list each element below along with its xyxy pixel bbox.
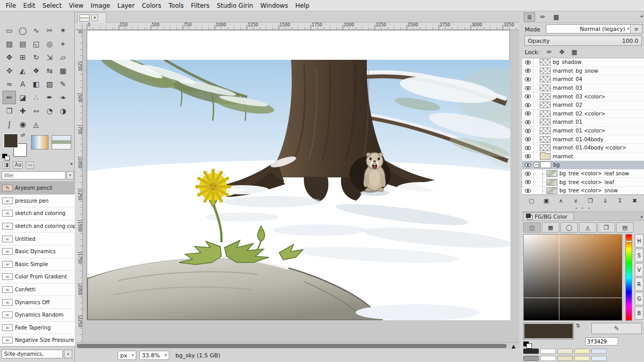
layer-visibility-toggle[interactable] — [522, 101, 534, 109]
gradient-preview[interactable] — [31, 135, 49, 150]
palette-swatch[interactable] — [591, 349, 607, 354]
layer-thumbnail[interactable] — [540, 85, 551, 91]
layer-name[interactable]: marmot_03 <color> — [553, 94, 605, 100]
mode-options-button[interactable]: ≡ — [630, 24, 642, 34]
dynamics-filter-input[interactable] — [2, 171, 66, 179]
tool-button[interactable]: ◔ — [43, 104, 56, 118]
tool-button[interactable]: ⇲ — [43, 51, 56, 64]
palette-swatch[interactable] — [557, 356, 573, 361]
swap-colors-icon[interactable]: ⇄ — [21, 132, 25, 138]
image-tab[interactable]: ✕ — [77, 12, 106, 23]
channel-button[interactable]: S — [635, 249, 643, 262]
panel-collapse-icon[interactable]: ◂ — [640, 13, 642, 19]
color-mode-tab[interactable]: ▦ — [542, 222, 559, 233]
tool-button[interactable]: ❐ — [3, 104, 16, 118]
horizontal-ruler[interactable]: 0250500750100012501500175020002250250027… — [83, 23, 519, 30]
layer-row[interactable]: − marmot_03 — [522, 84, 644, 93]
lock-button[interactable]: ✥ — [556, 47, 568, 57]
layer-visibility-toggle[interactable] — [522, 110, 534, 118]
dynamics-list-item[interactable]: Fade Tapering — [0, 322, 75, 335]
layer-visibility-toggle[interactable] — [522, 135, 534, 143]
dynamics-preset-select[interactable]: SiXe-dynamics, — [2, 350, 63, 358]
tool-button[interactable]: ∫ — [3, 118, 16, 131]
tool-button[interactable]: ▦ — [56, 64, 70, 77]
reset-colors-icon[interactable] — [2, 154, 10, 160]
layer-row[interactable]: − bg — [522, 161, 644, 170]
group-expander-icon[interactable]: − — [534, 162, 539, 168]
layer-visibility-toggle[interactable] — [522, 58, 534, 67]
canvas-image[interactable] — [87, 30, 510, 320]
tool-button[interactable]: ◯ — [16, 24, 29, 37]
dock-tab[interactable]: ≣ — [524, 12, 535, 22]
channel-button[interactable]: V — [635, 263, 643, 276]
layer-row[interactable]: − marmot_01-04body — [522, 135, 644, 144]
layer-action-button[interactable]: ✖ — [630, 196, 640, 205]
palette-swatch[interactable] — [557, 349, 573, 354]
menu-item[interactable]: View — [65, 0, 87, 11]
menu-item[interactable]: Select — [39, 0, 65, 11]
dynamics-list-item[interactable]: Aryeom pencil — [0, 182, 75, 195]
layer-row[interactable]: − marmot_02 <color> — [522, 110, 644, 119]
saturation-value-square[interactable] — [523, 234, 622, 321]
layer-thumbnail[interactable] — [540, 136, 551, 143]
toolbox-toggle[interactable]: ▭ — [26, 161, 34, 169]
layer-visibility-toggle[interactable] — [522, 161, 534, 169]
edit-color-button[interactable]: ✎ — [591, 323, 642, 334]
tool-button[interactable]: ✂ — [43, 24, 56, 37]
toolbox-toggle[interactable]: ◨ — [2, 161, 10, 169]
dynamics-list-item[interactable]: sketch and coloring — [0, 207, 75, 220]
dynamics-list-item[interactable]: Dynamics Random — [0, 309, 75, 322]
panel-collapse-icon[interactable]: ◂ — [640, 214, 642, 219]
dock-resize-handle[interactable]: ⋮ — [519, 180, 525, 188]
dynamics-list-item[interactable]: sketch and coloring copy — [0, 220, 75, 233]
tool-button[interactable]: ∾ — [29, 104, 43, 118]
tool-button[interactable]: ✶ — [56, 24, 70, 37]
color-mode-tab[interactable]: ▤ — [616, 222, 634, 233]
layer-name[interactable]: marmot_03 — [553, 85, 582, 91]
current-color-swatch[interactable] — [523, 323, 574, 339]
layer-row[interactable]: − marmot_01-04body <color> — [522, 144, 644, 153]
layer-thumbnail[interactable] — [540, 153, 551, 160]
layer-visibility-toggle[interactable] — [522, 153, 534, 161]
dock-tab[interactable]: ✏ — [537, 12, 549, 22]
palette-swatch[interactable] — [540, 349, 556, 354]
layer-row[interactable]: − marmot_01 — [522, 118, 644, 127]
tab-close-icon[interactable]: ✕ — [91, 14, 98, 21]
dynamics-list-item[interactable]: Confetti — [0, 284, 75, 297]
layer-action-button[interactable]: ∨ — [571, 196, 581, 205]
tool-button[interactable]: ◱ — [29, 37, 43, 51]
layer-visibility-toggle[interactable] — [522, 84, 534, 92]
layer-thumbnail[interactable] — [540, 127, 551, 134]
tool-button[interactable]: ⇆ — [43, 64, 56, 77]
menu-item[interactable]: Image — [87, 0, 114, 11]
layer-name[interactable]: marmot_bg_snow — [553, 68, 598, 74]
tool-button[interactable]: ◎ — [43, 37, 56, 51]
tool-button[interactable]: ✥ — [3, 51, 16, 64]
lock-button[interactable]: ▦ — [569, 47, 580, 57]
layer-row[interactable]: − bg_shadow — [522, 58, 644, 67]
tool-button[interactable]: ▧ — [3, 37, 16, 51]
dynamics-list-item[interactable]: Color From Gradient — [0, 271, 75, 284]
layer-row[interactable]: − bg_tree <color>_snow — [522, 187, 644, 195]
layer-action-button[interactable]: ▣ — [541, 196, 552, 205]
tool-button[interactable]: ❧ — [56, 91, 70, 104]
palette-swatch[interactable] — [523, 356, 539, 361]
palette-swatch[interactable] — [574, 349, 590, 354]
tool-button[interactable]: ✒ — [43, 91, 56, 104]
layer-visibility-toggle[interactable] — [522, 118, 534, 126]
dock-splitter-handle[interactable]: • • • — [522, 206, 644, 210]
dynamics-list-item[interactable]: Basic Simple — [0, 258, 75, 271]
layer-row[interactable]: − bg_tree <color>_leaf — [522, 178, 644, 187]
layer-name[interactable]: bg_shadow — [553, 59, 582, 65]
zoom-select[interactable]: 33.8% ▾ — [139, 351, 169, 360]
menu-item[interactable]: Edit — [20, 0, 39, 11]
dynamics-filter-chevron[interactable]: ▾ — [67, 171, 74, 179]
layer-row[interactable]: − marmot — [522, 153, 644, 161]
layer-row[interactable]: − marmot_03 <color> — [522, 92, 644, 101]
horizontal-scrollbar[interactable]: ▲ — [75, 342, 519, 349]
layer-visibility-toggle[interactable] — [522, 92, 534, 101]
layer-thumbnail[interactable] — [540, 93, 551, 100]
dynamics-list-item[interactable]: Basic Dynamics — [0, 245, 75, 258]
menu-item[interactable]: Help — [292, 0, 313, 11]
layer-thumbnail[interactable] — [540, 144, 551, 151]
